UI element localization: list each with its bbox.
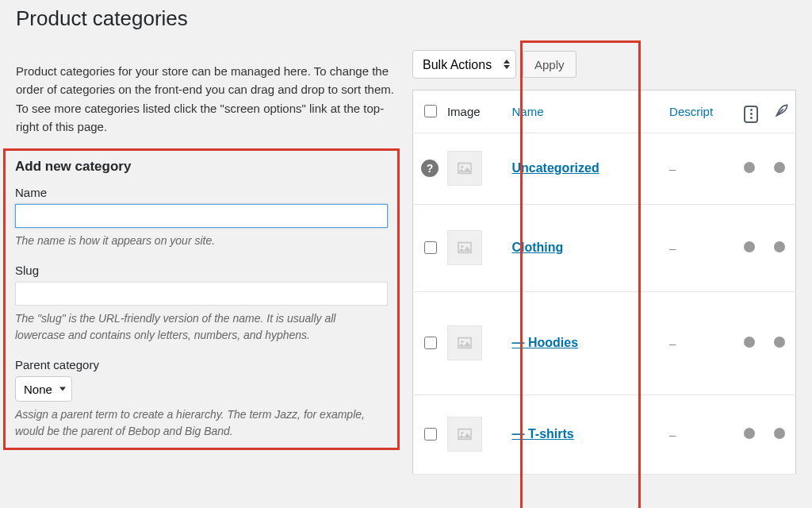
- row-checkbox[interactable]: [424, 241, 437, 254]
- add-category-form: Add new category Name The name is how it…: [3, 148, 400, 450]
- slug-label: Slug: [15, 264, 388, 277]
- svg-point-2: [461, 245, 463, 248]
- status-dot[interactable]: [744, 337, 755, 348]
- row-checkbox[interactable]: [424, 337, 437, 349]
- status-dot[interactable]: [774, 241, 785, 252]
- intro-text: Product categories for your store can be…: [16, 62, 396, 136]
- category-thumbnail[interactable]: [447, 151, 482, 186]
- default-category-icon: ?: [421, 160, 439, 177]
- category-name-link[interactable]: — T-shirts: [511, 427, 573, 441]
- category-name-link[interactable]: — Hoodies: [511, 336, 578, 349]
- categories-table: Image Name Descript ?Uncategorized: [412, 90, 796, 475]
- table-row: Clothing–: [413, 204, 796, 291]
- column-image: Image: [439, 90, 504, 133]
- row-checkbox[interactable]: [424, 428, 437, 441]
- status-dot[interactable]: [744, 241, 755, 252]
- status-dot[interactable]: [744, 428, 755, 439]
- parent-label: Parent category: [15, 358, 388, 371]
- column-feather-icon[interactable]: [766, 90, 796, 133]
- slug-help: The "slug" is the URL-friendly version o…: [15, 310, 388, 344]
- category-name-link[interactable]: Uncategorized: [511, 161, 599, 175]
- description-value: –: [669, 337, 676, 350]
- svg-point-4: [461, 432, 463, 434]
- svg-point-1: [461, 166, 463, 168]
- description-value: –: [669, 428, 676, 441]
- column-description-sort[interactable]: Descript: [661, 90, 736, 133]
- status-dot[interactable]: [774, 337, 785, 348]
- status-dot[interactable]: [774, 162, 785, 173]
- svg-point-3: [461, 341, 463, 343]
- description-value: –: [669, 241, 676, 255]
- table-row: ?Uncategorized–: [413, 133, 796, 204]
- name-help: The name is how it appears on your site.: [15, 233, 388, 249]
- table-row: — Hoodies–: [413, 291, 796, 394]
- category-thumbnail[interactable]: [447, 325, 482, 360]
- parent-select[interactable]: None: [15, 376, 72, 402]
- table-row: — T-shirts–: [413, 394, 796, 474]
- category-name-link[interactable]: Clothing: [511, 241, 563, 254]
- apply-button[interactable]: Apply: [523, 51, 576, 78]
- column-layout-icon[interactable]: [736, 90, 766, 133]
- name-label: Name: [15, 186, 388, 199]
- status-dot[interactable]: [774, 428, 785, 439]
- status-dot[interactable]: [744, 162, 755, 173]
- description-value: –: [669, 162, 676, 175]
- parent-help: Assign a parent term to create a hierarc…: [15, 406, 388, 440]
- category-thumbnail[interactable]: [447, 417, 482, 452]
- select-all-checkbox[interactable]: [424, 105, 437, 117]
- slug-input[interactable]: [15, 282, 388, 306]
- name-input[interactable]: [15, 204, 388, 228]
- column-name-sort[interactable]: Name: [504, 90, 661, 133]
- form-heading: Add new category: [15, 159, 388, 175]
- category-thumbnail[interactable]: [447, 230, 482, 265]
- page-title: Product categories: [16, 6, 796, 31]
- bulk-actions-select[interactable]: Bulk Actions: [412, 50, 516, 79]
